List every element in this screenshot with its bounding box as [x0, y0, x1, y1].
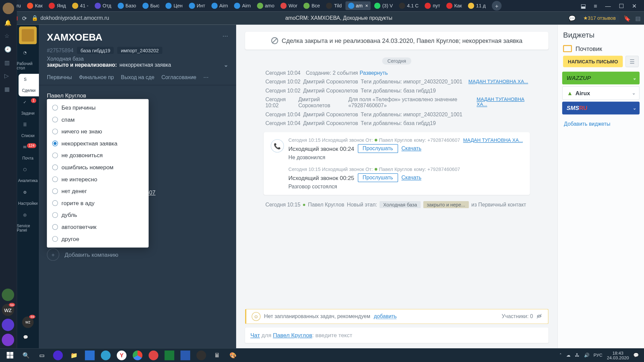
- download-link[interactable]: Скачать: [401, 145, 421, 152]
- search-icon[interactable]: 🔍: [18, 349, 34, 361]
- nav-item[interactable]: SСделки: [18, 74, 39, 96]
- tray-cloud-icon[interactable]: ☁: [566, 353, 571, 358]
- tb-mail[interactable]: [82, 349, 97, 361]
- tb-telegram[interactable]: [98, 349, 113, 361]
- tray-net-icon[interactable]: 🖧: [575, 353, 579, 358]
- reason-option[interactable]: не интересно: [47, 173, 149, 185]
- panel-icon[interactable]: ▥: [4, 59, 12, 67]
- browser-tab[interactable]: пут: [422, 1, 443, 10]
- favorites-icon[interactable]: ☆: [4, 33, 12, 41]
- browser-tab[interactable]: am×: [345, 1, 371, 10]
- browser-tab[interactable]: Янд: [46, 1, 69, 10]
- menu-icon[interactable]: ≡: [594, 2, 597, 9]
- widget-mail[interactable]: Почтовик: [563, 45, 639, 52]
- reload-icon[interactable]: ⟳: [22, 15, 27, 21]
- browser-tab[interactable]: 4.1 C: [396, 1, 421, 10]
- apps-icon[interactable]: ▦: [4, 86, 12, 94]
- add-widgets-link[interactable]: Добавить виджеты: [563, 116, 639, 131]
- tb-calc[interactable]: 🖩: [210, 349, 225, 361]
- tb-chrome[interactable]: [130, 349, 145, 361]
- user-avatar[interactable]: [3, 3, 14, 14]
- status-select[interactable]: закрыто и нереализовано: некорректная за…: [47, 62, 228, 68]
- browser-tab[interactable]: amo: [254, 1, 277, 10]
- nav-item[interactable]: ✓Задачи1: [17, 96, 39, 119]
- nav-item[interactable]: ✉Почта124: [17, 141, 39, 164]
- browser-tab[interactable]: (3) V: [372, 1, 395, 10]
- nav-item[interactable]: ☰Списки: [17, 119, 39, 141]
- browser-tab[interactable]: Отд: [92, 1, 114, 10]
- nav-item[interactable]: ⚙Настройки: [17, 186, 39, 209]
- reviews-badge[interactable]: ★317 отзывов: [580, 14, 619, 22]
- tb-app[interactable]: [194, 349, 209, 361]
- step[interactable]: Согласование: [161, 74, 196, 80]
- tb-excel[interactable]: [162, 349, 177, 361]
- write-email-button[interactable]: НАПИСАТЬ ПИСЬМО: [563, 56, 623, 67]
- widget-wazzup[interactable]: WAZZUP⌄: [562, 72, 640, 84]
- chat-icon[interactable]: 💬: [569, 15, 576, 21]
- reason-option[interactable]: некорректная заявка: [47, 137, 149, 149]
- app-pin-3[interactable]: [2, 319, 14, 331]
- browser-tab[interactable]: Как: [24, 1, 45, 10]
- reason-option[interactable]: нет денег: [47, 185, 149, 197]
- reason-option[interactable]: не дозвониться: [47, 149, 149, 162]
- browser-tab[interactable]: 11 д: [466, 1, 488, 10]
- nav-item[interactable]: ◔Рабочий стол: [17, 47, 39, 74]
- browser-tab[interactable]: Базо: [115, 1, 139, 10]
- notifications-icon[interactable]: 🔔: [4, 19, 12, 27]
- maximize-icon[interactable]: ☐: [619, 2, 624, 9]
- lead-menu-icon[interactable]: ⋯: [222, 33, 228, 40]
- reason-option[interactable]: Без причины: [47, 102, 149, 114]
- lead-tag[interactable]: база гибдд19: [77, 47, 114, 54]
- tb-word[interactable]: [178, 349, 193, 361]
- tray-notif-icon[interactable]: 💬: [633, 353, 639, 358]
- browser-tab[interactable]: Все: [301, 1, 323, 10]
- add-task-link[interactable]: добавить: [374, 313, 397, 319]
- tb-yabrowser[interactable]: Y: [114, 349, 129, 361]
- bookmark-icon[interactable]: 🔖: [624, 15, 631, 21]
- steps-more-icon[interactable]: ⋯: [203, 74, 209, 80]
- app-pin-1[interactable]: [2, 289, 14, 301]
- widget-airux[interactable]: ▲Airux⌄: [562, 86, 640, 100]
- browser-tab[interactable]: Быс: [140, 1, 162, 10]
- browser-tab[interactable]: Инт: [186, 1, 208, 10]
- step[interactable]: Финальное пр: [79, 74, 114, 80]
- reason-option[interactable]: ошиблись номером: [47, 161, 149, 173]
- tb-paint[interactable]: 🎨: [226, 349, 241, 361]
- browser-tab[interactable]: Airn: [231, 1, 253, 10]
- nav-chat[interactable]: 💬: [17, 331, 39, 348]
- browser-tab[interactable]: Цен: [163, 1, 185, 10]
- download-link[interactable]: Скачать: [401, 175, 421, 181]
- chat-input-box[interactable]: Чат для Павел Круглов: введите текст: [245, 327, 549, 343]
- lead-tag[interactable]: импорт_2403202: [117, 47, 162, 54]
- reason-option[interactable]: спам: [47, 114, 149, 126]
- eye-off-icon[interactable]: [536, 313, 543, 320]
- widget-sms[interactable]: SMSRU⌄: [562, 102, 640, 114]
- history-icon[interactable]: 🕘: [4, 46, 12, 54]
- task-view-icon[interactable]: ▭: [35, 349, 50, 361]
- step[interactable]: Выход на сде: [121, 74, 155, 80]
- company-logo[interactable]: [19, 26, 37, 44]
- new-tab-button[interactable]: +: [492, 1, 501, 11]
- chat-link[interactable]: Чат: [250, 332, 260, 339]
- tb-explorer[interactable]: 📁: [66, 349, 82, 361]
- media-icon[interactable]: ▷: [4, 72, 12, 80]
- start-button[interactable]: [3, 349, 18, 361]
- chat-user-link[interactable]: Павел Круглов: [273, 332, 312, 339]
- listen-button[interactable]: Прослушать: [358, 144, 398, 153]
- reason-option[interactable]: дубль: [47, 209, 149, 221]
- step[interactable]: Первичны: [47, 74, 72, 80]
- nav-wz[interactable]: wz59: [17, 313, 39, 331]
- browser-tab[interactable]: Как: [444, 1, 465, 10]
- reason-option[interactable]: другое: [47, 233, 149, 245]
- url-field[interactable]: 🔒 dokhodniyproduct.amocrm.ru: [32, 15, 109, 21]
- nav-item[interactable]: ◎Service Panel: [17, 209, 39, 236]
- reason-option[interactable]: горите в аду: [47, 197, 149, 209]
- tb-opera[interactable]: [146, 349, 161, 361]
- nav-item[interactable]: ⬡Аналитика: [17, 164, 39, 186]
- downloads-icon[interactable]: ⬓: [581, 2, 586, 9]
- tray-vol-icon[interactable]: 🔊: [584, 353, 589, 358]
- tray-clock[interactable]: 18:4324.03.2020: [607, 350, 629, 360]
- collections-icon[interactable]: ▤: [635, 15, 641, 21]
- listen-button[interactable]: Прослушать: [358, 173, 398, 182]
- reason-option[interactable]: ничего не знаю: [47, 126, 149, 138]
